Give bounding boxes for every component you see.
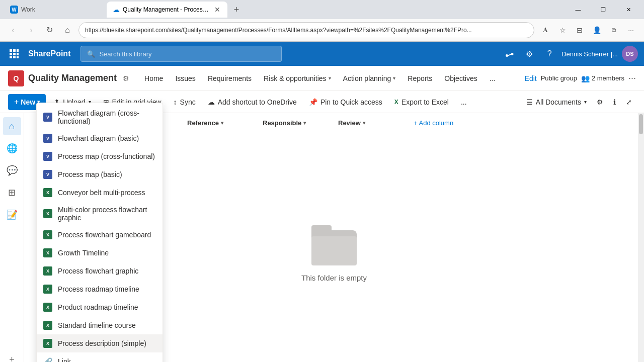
tab-work[interactable]: W Work [4,2,105,18]
browser-chrome: W Work ☁ Quality Management - Processes … [0,0,644,42]
dropdown-item-link[interactable]: 🔗 Link [37,352,163,362]
share-button[interactable] [501,46,517,62]
dropdown-item-process-roadmap[interactable]: X Process roadmap timeline [37,280,163,298]
info-button[interactable]: ℹ [609,96,620,108]
expand-icon: ⤢ [626,98,632,106]
dropdown-item-product-roadmap[interactable]: X Product roadmap timeline [37,298,163,316]
excel-icon: X [43,209,53,219]
dropdown-item-standard-timeline[interactable]: X Standard timeline course [37,316,163,334]
add-column-button[interactable]: + Add column [410,119,457,127]
dropdown-item-process-map-cross[interactable]: V Process map (cross-functional) [37,147,163,165]
nav-reports[interactable]: Reports [403,72,437,84]
sp-app-bar: SharePoint 🔍 Search this library ⚙ ? Den… [0,42,644,66]
extensions-button[interactable]: ⧉ [607,23,621,37]
item-label: Process description (simple) [58,339,146,347]
col-header-review[interactable]: Review ▾ [334,119,410,127]
dropdown-item-flowchart-basic[interactable]: V Flowchart diagram (basic) [37,129,163,147]
add-shortcut-button[interactable]: ☁ Add shortcut to OneDrive [204,94,301,110]
sidebar-add-button[interactable]: + [3,350,21,362]
refresh-button[interactable]: ↻ [42,23,56,37]
edit-site-button[interactable]: Edit [525,74,537,82]
minimize-button[interactable]: — [567,2,590,18]
scroll-thumb[interactable] [639,114,643,134]
dropdown-item-gameboard[interactable]: X Process flowchart gameboard [37,226,163,244]
dropdown-item-conveyor-belt[interactable]: X Conveyor belt multi-process [37,184,163,202]
svg-rect-7 [13,56,16,58]
folder-front [311,236,357,265]
excel-icon: X [43,284,53,294]
filter-button[interactable]: ⚙ [593,96,607,108]
item-label: Flowchart diagram (cross-functional) [58,109,156,125]
dropdown-item-multi-color[interactable]: X Multi-color process flowchart graphic [37,202,163,226]
user-avatar[interactable]: DS [622,46,638,62]
dropdown-item-process-description[interactable]: X Process description (simple) [37,334,163,352]
sidebar-globe-button[interactable]: 🌐 [3,139,21,157]
item-label: Process flowchart gameboard [58,231,151,239]
view-icon: ☰ [526,98,533,106]
link-icon: 🔗 [43,356,53,362]
nav-action[interactable]: Action planning▾ [338,72,401,84]
sidebar-chat-button[interactable]: 💬 [3,161,21,179]
window-controls: — ❐ ✕ [567,2,640,18]
back-button[interactable]: ‹ [6,23,20,37]
header-more-button[interactable]: ··· [628,73,636,83]
sort-icon: ▾ [363,120,365,126]
collections-button[interactable]: ⊟ [573,23,587,37]
site-settings-icon[interactable]: ⚙ [123,74,129,82]
dropdown-item-flowchart-graphic[interactable]: X Process flowchart graphic [37,262,163,280]
sharepoint-logo[interactable]: SharePoint [28,49,70,58]
expand-button[interactable]: ⤢ [622,96,636,108]
profile-button[interactable]: 👤 [590,23,604,37]
excel-icon: X [43,320,53,330]
sync-button[interactable]: ↕ Sync [170,94,200,110]
pin-button[interactable]: 📌 Pin to Quick access [305,94,386,110]
site-header-right: Edit Public group 👥 2 members ··· [525,73,636,83]
excel-icon: X [394,99,398,106]
item-label: Process flowchart graphic [58,267,138,275]
sidebar-notes-button[interactable]: 📝 [3,206,21,224]
toolbar-more-button[interactable]: ... [457,94,471,110]
site-logo-text: Q [14,74,19,82]
username-label[interactable]: Dennis Scherrer |... [561,50,618,58]
nav-issues[interactable]: Issues [170,72,200,84]
sidebar-apps-button[interactable]: ⊞ [3,184,21,202]
tab-close-button[interactable]: ✕ [213,5,221,15]
col-header-reference[interactable]: Reference ▾ [183,119,259,127]
col-header-responsible[interactable]: Responsible ▾ [259,119,334,127]
waffle-button[interactable] [6,46,22,62]
visio-icon: V [43,133,53,143]
new-label: New [21,98,35,106]
excel-icon: X [43,266,53,276]
dropdown-item-process-map-basic[interactable]: V Process map (basic) [37,165,163,184]
nav-objectives[interactable]: Objectives [439,72,482,84]
home-nav-button[interactable]: ⌂ [60,23,74,37]
sidebar-home-button[interactable]: ⌂ [3,117,21,135]
nav-risk[interactable]: Risk & opportunities▾ [259,72,336,84]
site-logo: Q [8,70,24,86]
help-button[interactable]: ? [541,46,557,62]
all-documents-button[interactable]: ☰ All Documents ▾ [522,96,591,108]
read-mode-button[interactable]: 𝐀 [538,23,552,37]
forward-button[interactable]: › [24,23,38,37]
restore-button[interactable]: ❐ [592,2,615,18]
nav-home[interactable]: Home [139,72,168,84]
close-button[interactable]: ✕ [617,2,640,18]
tab-sharepoint-label: Quality Management - Processes [123,6,210,13]
public-group-label: Public group [541,74,577,82]
export-excel-button[interactable]: X Export to Excel [390,94,453,110]
settings-button[interactable]: ⚙ [521,46,537,62]
nav-requirements[interactable]: Requirements [203,72,257,84]
nav-more[interactable]: ... [485,72,501,84]
bookmark-button[interactable]: ☆ [555,23,570,37]
search-box[interactable]: 🔍 Search this library [80,46,282,62]
site-name[interactable]: Quality Management [28,73,117,83]
cloud-icon: ☁ [208,98,215,106]
address-input[interactable] [78,22,534,38]
dropdown-item-growth-timeline[interactable]: X Growth Timeline [37,244,163,262]
scrollbar[interactable] [638,113,644,362]
members-button[interactable]: 👥 2 members [581,74,624,82]
more-tools-button[interactable]: ··· [624,23,638,37]
tab-sharepoint[interactable]: ☁ Quality Management - Processes ✕ [107,2,227,18]
dropdown-item-flowchart-cross[interactable]: V Flowchart diagram (cross-functional) [37,105,163,129]
new-tab-button[interactable]: + [229,3,244,17]
